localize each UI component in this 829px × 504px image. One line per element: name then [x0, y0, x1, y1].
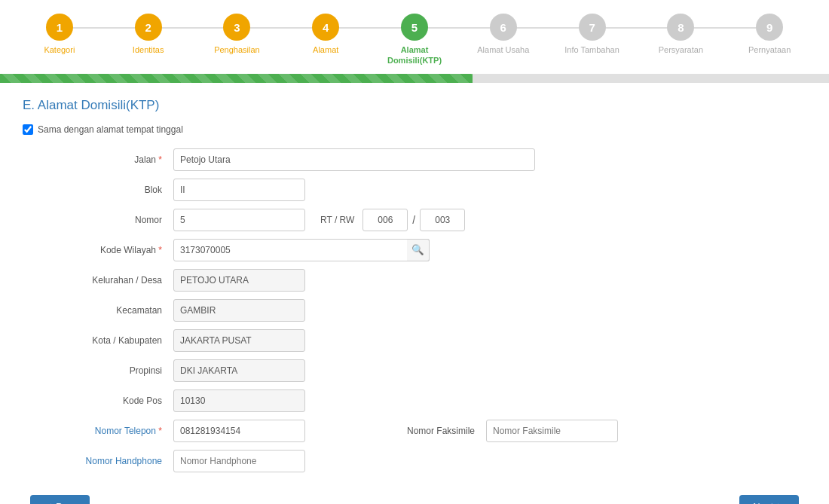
step-item-9[interactable]: 9Pernyataan — [725, 14, 814, 55]
progress-bar-container — [0, 74, 829, 83]
step-item-8[interactable]: 8Persyaratan — [636, 14, 725, 55]
propinsi-label: Propinsi — [23, 365, 173, 376]
kecamatan-input[interactable] — [173, 299, 305, 322]
jalan-input[interactable] — [173, 148, 535, 171]
kode-wilayah-input[interactable] — [173, 239, 430, 261]
step-circle-8: 8 — [667, 14, 694, 41]
same-address-row: Sama dengan alamat tempat tinggal — [23, 124, 806, 135]
stepper: 1Kategori2Identitas3Penghasilan4Alamat5A… — [0, 0, 829, 74]
step-circle-2: 2 — [135, 14, 162, 41]
step-label-3: Penghasilan — [214, 44, 260, 55]
kode-pos-row: Kode Pos — [23, 389, 806, 412]
same-address-label[interactable]: Sama dengan alamat tempat tinggal — [38, 124, 183, 135]
step-label-8: Persyaratan — [659, 44, 703, 55]
kode-wilayah-search-button[interactable]: 🔍 — [407, 239, 430, 261]
step-label-9: Pernyataan — [748, 44, 791, 55]
step-circle-1: 1 — [46, 14, 73, 41]
next-arrow-icon: ▶ — [778, 501, 785, 504]
kecamatan-row: Kecamatan — [23, 299, 806, 322]
kode-pos-input[interactable] — [173, 389, 305, 412]
step-item-5[interactable]: 5Alamat Domisili(KTP) — [370, 14, 459, 66]
step-circle-3: 3 — [223, 14, 250, 41]
prev-arrow-icon: ◀ — [44, 501, 51, 504]
rt-rw-group: RT / RW / — [320, 209, 465, 231]
jalan-row: Jalan * — [23, 148, 806, 171]
kelurahan-row: Kelurahan / Desa — [23, 269, 806, 292]
kode-wilayah-label: Kode Wilayah * — [23, 245, 173, 255]
step-label-7: Info Tambahan — [564, 44, 619, 55]
blok-label: Blok — [23, 185, 173, 195]
telepon-faksimile-row: Nomor Telepon * Nomor Faksimile — [23, 420, 806, 442]
telepon-input[interactable] — [173, 420, 305, 442]
kota-input[interactable] — [173, 329, 305, 352]
propinsi-input[interactable] — [173, 359, 305, 382]
telepon-label: Nomor Telepon * — [23, 426, 173, 436]
telepon-col: Nomor Telepon * — [23, 420, 305, 442]
slash: / — [412, 214, 415, 226]
faksimile-input[interactable] — [486, 420, 618, 442]
footer-buttons: ◀ Prev Next ▶ — [23, 480, 806, 504]
faksimile-col: Nomor Faksimile — [366, 420, 618, 442]
step-circle-9: 9 — [756, 14, 783, 41]
section-title: E. Alamat Domisili(KTP) — [23, 98, 806, 113]
step-label-2: Identitas — [133, 44, 164, 55]
step-item-2[interactable]: 2Identitas — [104, 14, 193, 55]
next-button[interactable]: Next ▶ — [739, 495, 799, 504]
kode-wilayah-row: Kode Wilayah * 🔍 — [23, 239, 806, 261]
kota-row: Kota / Kabupaten — [23, 329, 806, 352]
rw-input[interactable] — [420, 209, 465, 231]
rt-rw-label: RT / RW — [320, 215, 354, 225]
kode-wilayah-wrapper: 🔍 — [173, 239, 430, 261]
step-label-6: Alamat Usaha — [477, 44, 529, 55]
step-circle-6: 6 — [490, 14, 517, 41]
step-label-5: Alamat Domisili(KTP) — [387, 44, 442, 66]
kode-pos-label: Kode Pos — [23, 396, 173, 406]
same-address-checkbox[interactable] — [23, 124, 33, 135]
handphone-row: Nomor Handphone — [23, 450, 806, 472]
jalan-label: Jalan * — [23, 154, 173, 165]
kelurahan-input[interactable] — [173, 269, 305, 292]
nomor-row: Nomor RT / RW / — [23, 209, 806, 231]
kelurahan-label: Kelurahan / Desa — [23, 275, 173, 286]
handphone-label: Nomor Handphone — [23, 456, 173, 466]
prev-button[interactable]: ◀ Prev — [30, 495, 90, 504]
step-circle-4: 4 — [312, 14, 339, 41]
handphone-input[interactable] — [173, 450, 305, 472]
rt-input[interactable] — [362, 209, 408, 231]
step-label-4: Alamat — [313, 44, 338, 55]
step-item-1[interactable]: 1Kategori — [15, 14, 104, 55]
progress-bar-fill — [0, 74, 473, 83]
blok-input[interactable] — [173, 179, 305, 201]
propinsi-row: Propinsi — [23, 359, 806, 382]
step-item-4[interactable]: 4Alamat — [281, 14, 370, 55]
search-icon: 🔍 — [411, 244, 424, 255]
nomor-input[interactable] — [173, 209, 305, 231]
step-item-6[interactable]: 6Alamat Usaha — [459, 14, 548, 55]
step-circle-5: 5 — [401, 14, 428, 41]
blok-row: Blok — [23, 179, 806, 201]
faksimile-label: Nomor Faksimile — [366, 426, 486, 436]
page-content: E. Alamat Domisili(KTP) Sama dengan alam… — [0, 98, 829, 504]
step-item-3[interactable]: 3Penghasilan — [193, 14, 282, 55]
step-item-7[interactable]: 7Info Tambahan — [548, 14, 637, 55]
kecamatan-label: Kecamatan — [23, 305, 173, 316]
step-label-1: Kategori — [44, 44, 75, 55]
nomor-label: Nomor — [23, 215, 173, 225]
kota-label: Kota / Kabupaten — [23, 335, 173, 346]
step-circle-7: 7 — [579, 14, 606, 41]
